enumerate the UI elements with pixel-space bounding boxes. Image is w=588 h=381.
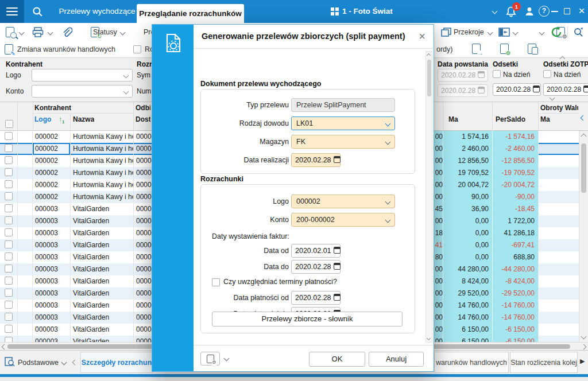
cell-obroty-ma[interactable]	[538, 155, 579, 167]
cell-nazwa[interactable]: VitalGarden	[70, 275, 133, 287]
cell-obroty-ma[interactable]	[538, 215, 579, 227]
cell-persaldo[interactable]: -6 150,00	[492, 336, 538, 342]
cell-logo[interactable]: 000003	[33, 300, 70, 312]
cell-persaldo[interactable]: -20 004,72	[492, 179, 538, 191]
dialog-scrollbar-thumb[interactable]	[427, 60, 431, 96]
magazyn-select[interactable]: FK	[291, 135, 395, 149]
cell-nazwa[interactable]: VitalGarden	[70, 251, 133, 263]
cell-nazwa[interactable]: Hurtownia Kawy i he	[70, 167, 133, 179]
cell-persaldo[interactable]: -44 280,00	[492, 263, 538, 275]
cell-ma[interactable]: 6 150,00	[443, 324, 492, 336]
zmiana-warunkow-icon[interactable]: ✎	[5, 44, 13, 55]
cell-nazwa[interactable]: VitalGarden	[70, 263, 133, 275]
filter-logo-combobox[interactable]	[32, 69, 133, 81]
header-col-nazwa[interactable]: Nazwa	[73, 115, 94, 123]
konto-select[interactable]: 200-000002	[291, 213, 395, 227]
cell-logo[interactable]: 000003	[33, 251, 70, 263]
header-col-dostawca[interactable]: Dosta	[136, 115, 150, 123]
cell-nazwa[interactable]: VitalGarden	[70, 287, 133, 300]
cell-winien-fragment[interactable]: 00	[434, 191, 443, 203]
cell-logo[interactable]: 000003	[33, 312, 70, 324]
minimize-button[interactable]	[551, 11, 558, 12]
row-select-cell[interactable]	[0, 227, 17, 239]
expand-filter-chevron-icon[interactable]	[550, 95, 555, 101]
vertical-scrollbar[interactable]	[579, 131, 588, 342]
cell-persaldo[interactable]: -19 709,52	[492, 167, 538, 179]
ok-button[interactable]: OK	[309, 352, 365, 367]
cell-obroty-ma[interactable]	[538, 275, 579, 287]
cell-ma[interactable]: 0,00	[443, 251, 492, 263]
tab-przegladanie-rozrachunkow[interactable]: Przeglądanie rozrachunków	[137, 4, 244, 23]
cell-logo[interactable]: 000003	[33, 215, 70, 227]
preview-dropdown-chevron-icon[interactable]	[19, 30, 25, 36]
preview-document-icon[interactable]	[6, 27, 14, 37]
row-select-cell[interactable]	[0, 275, 17, 287]
tab-przelewy-wychodzace[interactable]: Przelewy wychodzące	[57, 0, 137, 23]
row-checkbox[interactable]	[5, 301, 13, 309]
hamburger-menu-button[interactable]	[0, 0, 24, 23]
dialog-settings-button[interactable]: ⚙	[200, 352, 220, 366]
cell-nazwa[interactable]: VitalGarden	[70, 312, 133, 324]
cell-persaldo[interactable]: 688,80	[492, 251, 538, 263]
row-checkbox[interactable]	[5, 228, 13, 236]
cell-logo[interactable]: 000002	[33, 167, 70, 179]
row-select-cell[interactable]	[0, 143, 17, 155]
cancel-button[interactable]: Anuluj	[369, 352, 424, 367]
cell-nazwa[interactable]: VitalGarden	[70, 336, 133, 342]
cell-nazwa[interactable]: Hurtownia Kawy i he	[70, 155, 133, 167]
cell-winien-fragment[interactable]: 18	[434, 227, 443, 239]
row-select-cell[interactable]	[0, 239, 17, 251]
cell-logo[interactable]: 000003	[33, 263, 70, 275]
cell-ma[interactable]: 6 150,00	[443, 336, 492, 342]
cell-obroty-ma[interactable]	[538, 179, 579, 191]
maximize-button[interactable]	[564, 8, 570, 14]
odsetki-na-dzien-checkbox[interactable]	[493, 70, 501, 78]
dock-panel-chevron-icon[interactable]	[513, 30, 519, 36]
row-checkbox[interactable]	[5, 216, 13, 224]
row-select-cell[interactable]	[0, 203, 17, 215]
row-select-cell[interactable]	[0, 312, 17, 324]
filter-konto-combobox[interactable]	[32, 85, 133, 98]
data-powstania-od-field[interactable]: 2020.02.28	[438, 69, 488, 81]
row-select-cell[interactable]	[0, 300, 17, 312]
cell-ma[interactable]: 44 280,00	[443, 263, 492, 275]
row-checkbox[interactable]	[5, 337, 13, 342]
cell-winien-fragment[interactable]: 00	[434, 263, 443, 275]
apps-grid-icon[interactable]	[331, 7, 339, 15]
statusy-chevron-icon[interactable]	[120, 30, 126, 36]
view-selector-icon[interactable]	[5, 357, 15, 367]
cell-ma[interactable]: 12 856,50	[443, 155, 492, 167]
cell-obroty-ma[interactable]	[538, 239, 579, 251]
view-selector[interactable]: Podstawowe	[18, 357, 59, 368]
dialog-settings-chevron-icon[interactable]	[224, 356, 230, 361]
dialog-scrollbar[interactable]	[425, 51, 432, 343]
header-group-odbiorca[interactable]: Odbio	[136, 104, 150, 112]
cell-ma[interactable]: 19 709,52	[443, 167, 492, 179]
cell-nazwa[interactable]: VitalGarden	[70, 203, 133, 215]
cell-nazwa[interactable]: VitalGarden	[70, 215, 133, 227]
cell-winien-fragment[interactable]: 00	[434, 287, 443, 300]
cell-winien-fragment[interactable]: 00	[434, 179, 443, 191]
row-select-cell[interactable]	[0, 179, 17, 191]
rodzaj-dowodu-select[interactable]: LK01	[291, 116, 395, 130]
cell-winien-fragment[interactable]: 80	[434, 251, 443, 263]
cell-obroty-ma[interactable]	[538, 167, 579, 179]
cell-obroty-ma[interactable]	[538, 131, 579, 143]
cell-logo[interactable]: 000003	[33, 324, 70, 336]
cell-obroty-ma[interactable]	[538, 251, 579, 263]
close-button[interactable]: ×	[575, 0, 588, 22]
cell-obroty-ma[interactable]	[538, 191, 579, 203]
header-col-obroty-ma[interactable]: Ma	[540, 115, 550, 123]
header-col-logo[interactable]: Logo	[34, 115, 51, 123]
cell-ma[interactable]: 0,00	[443, 215, 492, 227]
cell-persaldo[interactable]: -90,00	[492, 191, 538, 203]
cell-winien-fragment[interactable]: 00	[434, 167, 443, 179]
cell-ma[interactable]: 14 760,00	[443, 300, 492, 312]
cell-nazwa[interactable]: VitalGarden	[70, 239, 133, 251]
row-select-cell[interactable]	[0, 324, 17, 336]
cell-ma[interactable]: 36,90	[443, 203, 492, 215]
cell-persaldo[interactable]: -2 460,00	[492, 143, 538, 155]
cell-obroty-ma[interactable]	[538, 336, 579, 342]
cell-obroty-ma[interactable]	[538, 312, 579, 324]
view-selector-chevron-icon[interactable]	[61, 360, 67, 366]
